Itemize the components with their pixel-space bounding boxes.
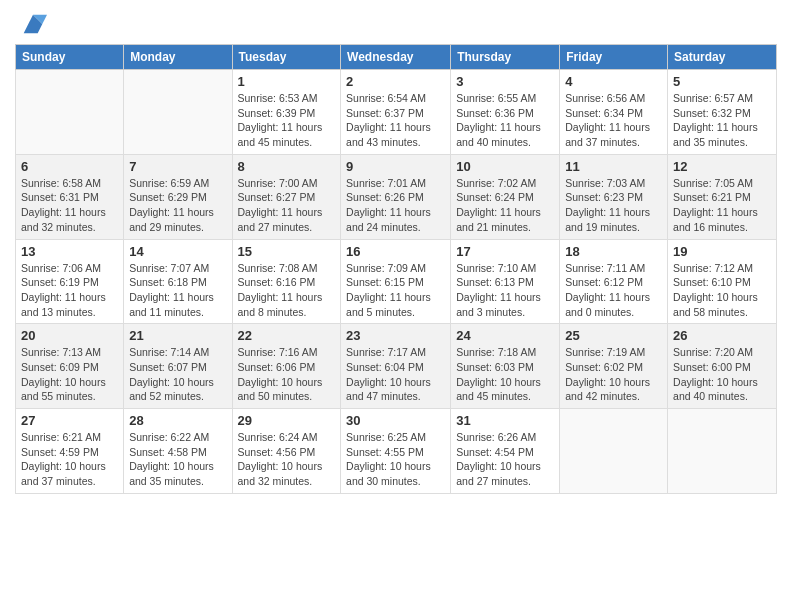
day-number: 15 — [238, 244, 336, 259]
header — [15, 10, 777, 38]
day-number: 6 — [21, 159, 118, 174]
calendar-cell: 9Sunrise: 7:01 AM Sunset: 6:26 PM Daylig… — [341, 154, 451, 239]
calendar-cell: 7Sunrise: 6:59 AM Sunset: 6:29 PM Daylig… — [124, 154, 232, 239]
weekday-header: Wednesday — [341, 45, 451, 70]
day-number: 2 — [346, 74, 445, 89]
calendar-cell: 26Sunrise: 7:20 AM Sunset: 6:00 PM Dayli… — [668, 324, 777, 409]
day-info: Sunrise: 7:07 AM Sunset: 6:18 PM Dayligh… — [129, 261, 226, 320]
day-info: Sunrise: 7:00 AM Sunset: 6:27 PM Dayligh… — [238, 176, 336, 235]
weekday-header: Monday — [124, 45, 232, 70]
calendar-cell: 30Sunrise: 6:25 AM Sunset: 4:55 PM Dayli… — [341, 409, 451, 494]
day-number: 1 — [238, 74, 336, 89]
day-number: 21 — [129, 328, 226, 343]
calendar-cell: 21Sunrise: 7:14 AM Sunset: 6:07 PM Dayli… — [124, 324, 232, 409]
day-number: 5 — [673, 74, 771, 89]
calendar-week-row: 27Sunrise: 6:21 AM Sunset: 4:59 PM Dayli… — [16, 409, 777, 494]
calendar-week-row: 1Sunrise: 6:53 AM Sunset: 6:39 PM Daylig… — [16, 70, 777, 155]
calendar-cell: 18Sunrise: 7:11 AM Sunset: 6:12 PM Dayli… — [560, 239, 668, 324]
day-info: Sunrise: 6:24 AM Sunset: 4:56 PM Dayligh… — [238, 430, 336, 489]
day-info: Sunrise: 7:02 AM Sunset: 6:24 PM Dayligh… — [456, 176, 554, 235]
day-info: Sunrise: 7:17 AM Sunset: 6:04 PM Dayligh… — [346, 345, 445, 404]
day-number: 10 — [456, 159, 554, 174]
weekday-header-row: SundayMondayTuesdayWednesdayThursdayFrid… — [16, 45, 777, 70]
calendar-cell: 17Sunrise: 7:10 AM Sunset: 6:13 PM Dayli… — [451, 239, 560, 324]
logo-icon — [19, 10, 47, 38]
day-info: Sunrise: 7:19 AM Sunset: 6:02 PM Dayligh… — [565, 345, 662, 404]
calendar-week-row: 20Sunrise: 7:13 AM Sunset: 6:09 PM Dayli… — [16, 324, 777, 409]
calendar-cell: 29Sunrise: 6:24 AM Sunset: 4:56 PM Dayli… — [232, 409, 341, 494]
calendar-table: SundayMondayTuesdayWednesdayThursdayFrid… — [15, 44, 777, 494]
calendar-cell: 10Sunrise: 7:02 AM Sunset: 6:24 PM Dayli… — [451, 154, 560, 239]
day-number: 25 — [565, 328, 662, 343]
day-number: 20 — [21, 328, 118, 343]
main-container: SundayMondayTuesdayWednesdayThursdayFrid… — [0, 0, 792, 504]
day-info: Sunrise: 7:01 AM Sunset: 6:26 PM Dayligh… — [346, 176, 445, 235]
day-info: Sunrise: 6:58 AM Sunset: 6:31 PM Dayligh… — [21, 176, 118, 235]
calendar-cell: 8Sunrise: 7:00 AM Sunset: 6:27 PM Daylig… — [232, 154, 341, 239]
day-info: Sunrise: 6:54 AM Sunset: 6:37 PM Dayligh… — [346, 91, 445, 150]
calendar-cell — [560, 409, 668, 494]
day-info: Sunrise: 7:03 AM Sunset: 6:23 PM Dayligh… — [565, 176, 662, 235]
calendar-cell: 19Sunrise: 7:12 AM Sunset: 6:10 PM Dayli… — [668, 239, 777, 324]
day-info: Sunrise: 7:13 AM Sunset: 6:09 PM Dayligh… — [21, 345, 118, 404]
calendar-cell: 24Sunrise: 7:18 AM Sunset: 6:03 PM Dayli… — [451, 324, 560, 409]
calendar-cell: 23Sunrise: 7:17 AM Sunset: 6:04 PM Dayli… — [341, 324, 451, 409]
calendar-cell: 5Sunrise: 6:57 AM Sunset: 6:32 PM Daylig… — [668, 70, 777, 155]
day-info: Sunrise: 7:18 AM Sunset: 6:03 PM Dayligh… — [456, 345, 554, 404]
day-info: Sunrise: 6:26 AM Sunset: 4:54 PM Dayligh… — [456, 430, 554, 489]
logo — [15, 14, 47, 38]
day-info: Sunrise: 7:16 AM Sunset: 6:06 PM Dayligh… — [238, 345, 336, 404]
calendar-cell: 6Sunrise: 6:58 AM Sunset: 6:31 PM Daylig… — [16, 154, 124, 239]
weekday-header: Tuesday — [232, 45, 341, 70]
day-number: 22 — [238, 328, 336, 343]
day-number: 27 — [21, 413, 118, 428]
day-info: Sunrise: 7:14 AM Sunset: 6:07 PM Dayligh… — [129, 345, 226, 404]
calendar-cell: 12Sunrise: 7:05 AM Sunset: 6:21 PM Dayli… — [668, 154, 777, 239]
calendar-cell: 11Sunrise: 7:03 AM Sunset: 6:23 PM Dayli… — [560, 154, 668, 239]
calendar-cell: 15Sunrise: 7:08 AM Sunset: 6:16 PM Dayli… — [232, 239, 341, 324]
day-number: 11 — [565, 159, 662, 174]
day-number: 16 — [346, 244, 445, 259]
day-info: Sunrise: 7:12 AM Sunset: 6:10 PM Dayligh… — [673, 261, 771, 320]
day-info: Sunrise: 7:05 AM Sunset: 6:21 PM Dayligh… — [673, 176, 771, 235]
day-info: Sunrise: 6:55 AM Sunset: 6:36 PM Dayligh… — [456, 91, 554, 150]
day-info: Sunrise: 6:21 AM Sunset: 4:59 PM Dayligh… — [21, 430, 118, 489]
day-info: Sunrise: 6:53 AM Sunset: 6:39 PM Dayligh… — [238, 91, 336, 150]
calendar-cell: 28Sunrise: 6:22 AM Sunset: 4:58 PM Dayli… — [124, 409, 232, 494]
calendar-cell: 25Sunrise: 7:19 AM Sunset: 6:02 PM Dayli… — [560, 324, 668, 409]
calendar-cell: 14Sunrise: 7:07 AM Sunset: 6:18 PM Dayli… — [124, 239, 232, 324]
calendar-cell: 31Sunrise: 6:26 AM Sunset: 4:54 PM Dayli… — [451, 409, 560, 494]
day-number: 18 — [565, 244, 662, 259]
day-number: 17 — [456, 244, 554, 259]
day-info: Sunrise: 6:57 AM Sunset: 6:32 PM Dayligh… — [673, 91, 771, 150]
day-number: 23 — [346, 328, 445, 343]
calendar-cell — [668, 409, 777, 494]
day-number: 19 — [673, 244, 771, 259]
day-info: Sunrise: 6:56 AM Sunset: 6:34 PM Dayligh… — [565, 91, 662, 150]
day-number: 26 — [673, 328, 771, 343]
day-info: Sunrise: 7:10 AM Sunset: 6:13 PM Dayligh… — [456, 261, 554, 320]
weekday-header: Thursday — [451, 45, 560, 70]
calendar-cell: 27Sunrise: 6:21 AM Sunset: 4:59 PM Dayli… — [16, 409, 124, 494]
day-number: 13 — [21, 244, 118, 259]
calendar-cell: 3Sunrise: 6:55 AM Sunset: 6:36 PM Daylig… — [451, 70, 560, 155]
calendar-week-row: 13Sunrise: 7:06 AM Sunset: 6:19 PM Dayli… — [16, 239, 777, 324]
day-number: 30 — [346, 413, 445, 428]
calendar-cell — [16, 70, 124, 155]
calendar-cell: 20Sunrise: 7:13 AM Sunset: 6:09 PM Dayli… — [16, 324, 124, 409]
day-info: Sunrise: 6:25 AM Sunset: 4:55 PM Dayligh… — [346, 430, 445, 489]
day-info: Sunrise: 6:59 AM Sunset: 6:29 PM Dayligh… — [129, 176, 226, 235]
day-number: 7 — [129, 159, 226, 174]
weekday-header: Sunday — [16, 45, 124, 70]
day-number: 31 — [456, 413, 554, 428]
calendar-week-row: 6Sunrise: 6:58 AM Sunset: 6:31 PM Daylig… — [16, 154, 777, 239]
day-number: 29 — [238, 413, 336, 428]
day-number: 28 — [129, 413, 226, 428]
day-number: 3 — [456, 74, 554, 89]
calendar-cell: 1Sunrise: 6:53 AM Sunset: 6:39 PM Daylig… — [232, 70, 341, 155]
day-info: Sunrise: 6:22 AM Sunset: 4:58 PM Dayligh… — [129, 430, 226, 489]
calendar-cell: 16Sunrise: 7:09 AM Sunset: 6:15 PM Dayli… — [341, 239, 451, 324]
day-info: Sunrise: 7:11 AM Sunset: 6:12 PM Dayligh… — [565, 261, 662, 320]
day-number: 9 — [346, 159, 445, 174]
day-number: 12 — [673, 159, 771, 174]
